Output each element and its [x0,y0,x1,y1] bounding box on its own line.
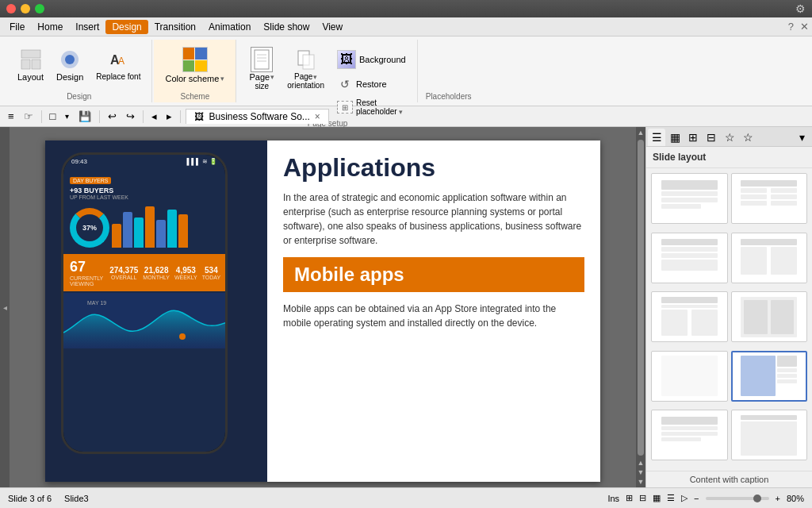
phone-stat-today-num: 534 [202,266,220,275]
menu-view[interactable]: View [316,20,349,34]
bar-1 [112,224,121,248]
new-doc-button[interactable]: □ [47,110,59,123]
left-panel-toggle[interactable]: ◂ [0,127,10,487]
close-app-button[interactable]: ✕ [800,21,809,33]
page-size-dropdown[interactable]: ▾ [270,73,274,81]
svg-rect-20 [741,188,767,193]
nav-up-button[interactable]: ▲ [638,459,645,467]
ribbon: Layout Design A A [0,37,812,106]
layout-item-5[interactable] [651,291,728,342]
page-size-button[interactable]: Page ▾ size [244,44,279,93]
minimize-button[interactable] [21,4,30,13]
layout-item-10[interactable] [731,410,808,460]
undo-button[interactable]: ↩ [105,110,120,123]
layout-item-8[interactable] [731,351,808,402]
title-bar: ⚙ [0,0,812,17]
panel-tab-grid[interactable]: ▦ [666,129,684,146]
layout-item-7[interactable] [651,351,728,402]
view-normal-icon[interactable]: ⊞ [626,493,633,503]
svg-rect-23 [771,194,797,199]
menu-slideshow[interactable]: Slide show [257,20,316,34]
replace-font-icon: A A [105,47,131,72]
document-tab-close[interactable]: × [315,111,320,122]
right-panel: ☰ ▦ ⊞ ⊟ ☆ ☆ ▾ Slide layout [645,127,812,487]
panel-more-button[interactable]: ▾ [793,129,810,146]
layout-button[interactable]: Layout [13,44,48,84]
phone-tag: DAY BUYERS [70,177,111,184]
nav-down-button[interactable]: ▼ [638,468,645,476]
menu-design[interactable]: Design [105,20,147,34]
menu-transition[interactable]: Transition [148,20,202,34]
open-button[interactable]: ▾ [62,111,72,121]
layout-item-1[interactable] [651,173,728,224]
layout-icon [18,47,44,72]
svg-rect-27 [661,247,718,252]
svg-rect-44 [777,374,797,378]
svg-rect-32 [771,247,797,275]
replace-font-button[interactable]: A A Replace font [91,44,145,83]
restore-button[interactable]: ↺ Restore [332,75,411,94]
maximize-button[interactable] [35,4,44,13]
panel-tab-star1[interactable]: ☆ [721,129,738,146]
svg-rect-15 [661,180,718,190]
menu-insert[interactable]: Insert [69,20,105,34]
color-scheme-icon [182,47,208,72]
phone-buyers-sub: UP FROM LAST WEEK [70,194,219,200]
phone-stat-monthly-label: MONTHLY [143,275,170,280]
status-bar: Slide 3 of 6 Slide3 Ins ⊞ ⊟ ▦ ☰ ▷ − + 80… [0,487,812,508]
layout-item-3[interactable] [651,233,728,283]
phone-stat-today-label: TODAY [202,275,220,280]
layout-item-6[interactable] [731,291,808,342]
zoom-out-button[interactable]: − [694,494,699,503]
svg-rect-49 [661,437,701,441]
panel-tab-layout[interactable]: ☰ [648,129,665,146]
prev-slide-button[interactable]: ◂ [148,110,160,123]
menu-home[interactable]: Home [31,20,69,34]
document-tab-label: Business Software So... [209,111,309,122]
vertical-scrollbar[interactable]: ▲ ▲ ▼ ▼ [636,127,645,487]
reset-placeholder-button[interactable]: ⊞ Reset placeholder ▾ [332,97,411,117]
background-button[interactable]: 🖼 Background [332,48,411,71]
panel-tab-remove[interactable]: ⊟ [703,129,720,146]
layout-item-9[interactable] [651,410,728,460]
document-tab[interactable]: 🖼 Business Software So... × [186,109,328,124]
menu-file[interactable]: File [3,20,31,34]
scroll-up-button[interactable]: ▲ [638,129,645,137]
gear-icon: ⚙ [795,2,806,15]
svg-rect-45 [777,379,797,383]
slide-phone-section: 09:43 ▌▌▌ ≋ 🔋 DAY BUYERS +93 BUYERS UP F… [45,140,267,482]
design-button[interactable]: Design [52,44,88,84]
phone-signal: ▌▌▌ ≋ 🔋 [187,158,217,165]
scroll-down-button[interactable]: ▼ [638,478,645,486]
zoom-in-button[interactable]: + [776,494,780,503]
view-notes-icon[interactable]: ☰ [667,493,675,503]
zoom-level[interactable]: 80% [787,494,804,503]
panel-tab-star2[interactable]: ☆ [739,129,756,146]
save-button[interactable]: 💾 [75,110,94,123]
panel-tab-add[interactable]: ⊞ [684,129,702,146]
svg-rect-21 [771,188,797,193]
help-button[interactable]: ? [788,21,794,33]
pointer-button[interactable]: ☞ [21,110,36,123]
layout-item-4[interactable] [731,233,808,283]
color-scheme-button[interactable]: Color scheme ▾ [160,44,229,86]
svg-rect-38 [744,300,768,334]
reset-placeholder-dropdown[interactable]: ▾ [399,108,403,116]
next-slide-button[interactable]: ▸ [163,110,175,123]
sidebar-toggle-button[interactable]: ≡ [5,110,17,123]
scroll-thumb[interactable] [638,140,644,456]
svg-rect-28 [661,253,718,258]
layout-item-2[interactable] [731,173,808,224]
redo-button[interactable]: ↪ [123,110,138,123]
close-button[interactable] [6,4,16,13]
view-outline-icon[interactable]: ⊟ [639,493,646,503]
svg-rect-7 [255,50,269,69]
view-slide-icon[interactable]: ▦ [653,493,661,503]
page-orientation-button[interactable]: Page ▾ orientation [282,44,329,92]
color-scheme-dropdown[interactable]: ▾ [220,75,224,83]
svg-rect-19 [741,180,797,187]
menu-animation[interactable]: Animation [202,20,257,34]
zoom-slider[interactable] [706,497,769,500]
page-orientation-dropdown[interactable]: ▾ [313,73,317,81]
view-presenter-icon[interactable]: ▷ [681,493,688,503]
